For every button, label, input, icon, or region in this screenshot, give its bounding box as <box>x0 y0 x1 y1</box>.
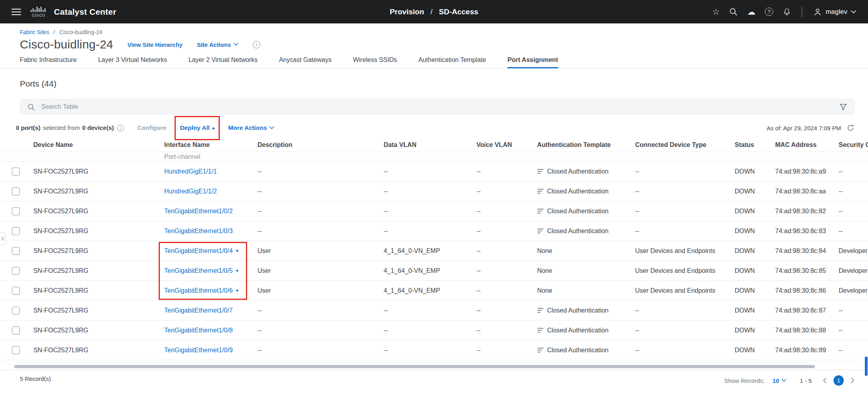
filter-icon[interactable] <box>839 104 847 110</box>
row-checkbox[interactable] <box>12 326 20 334</box>
cell-auth-template: None <box>537 287 635 294</box>
cell-auth-template: Closed Authentication <box>537 327 635 334</box>
cell-device-name: SN-FOC2527L9RG <box>33 307 164 314</box>
selection-mid-text: selected from <box>43 124 80 131</box>
site-info-icon[interactable]: i <box>253 41 260 48</box>
cell-voice-vlan: -- <box>476 287 537 294</box>
deploy-all-pending-dot: • <box>212 124 215 132</box>
next-page-button[interactable] <box>849 377 856 384</box>
row-checkbox[interactable] <box>12 267 20 275</box>
vertical-scrollbar-thumb[interactable] <box>865 357 868 376</box>
interface-link[interactable]: TenGigabitEthernet1/0/3 <box>164 228 233 235</box>
tab-layer-2-virtual-networks[interactable]: Layer 2 Virtual Networks <box>188 56 257 68</box>
show-records-label: Show Records: <box>724 377 765 384</box>
interface-link[interactable]: TenGigabitEthernet1/0/6 <box>164 287 233 294</box>
notifications-button[interactable] <box>781 6 793 18</box>
cell-status: DOWN <box>735 247 775 255</box>
tab-port-assignment[interactable]: Port Assignment <box>507 56 558 68</box>
chevron-down-icon <box>782 379 786 382</box>
cell-device-name: SN-FOC2527L9RG <box>33 208 164 215</box>
auth-template-icon <box>537 307 544 313</box>
tab-anycast-gateways[interactable]: Anycast Gateways <box>279 56 332 68</box>
cell-voice-vlan: -- <box>476 327 537 334</box>
interface-link[interactable]: TenGigabitEthernet1/0/4 <box>164 247 233 255</box>
context-provision[interactable]: Provision <box>390 8 424 16</box>
chevron-down-icon <box>851 10 856 14</box>
site-actions-dropdown[interactable]: Site Actions <box>197 41 238 48</box>
search-bar <box>20 99 855 115</box>
cell-security-group: -- <box>839 347 868 354</box>
horizontal-scrollbar[interactable] <box>14 365 815 368</box>
selected-devices-count: 0 device(s) <box>82 124 114 131</box>
row-checkbox[interactable] <box>12 247 20 255</box>
view-site-hierarchy-link[interactable]: View Site Hierarchy <box>127 41 182 48</box>
deploy-all-button[interactable]: Deploy All • <box>180 124 215 132</box>
cloud-status-button[interactable]: ☁ <box>745 6 757 18</box>
tab-wireless-ssids[interactable]: Wireless SSIDs <box>353 56 397 68</box>
favorites-button[interactable]: ☆ <box>710 6 722 18</box>
side-drawer-handle[interactable] <box>0 232 6 245</box>
site-actions-label: Site Actions <box>197 41 231 48</box>
interface-link[interactable]: HundredGigE1/1/1 <box>164 168 217 175</box>
cell-security-group: -- <box>839 307 868 314</box>
interface-link[interactable]: TenGigabitEthernet1/0/2 <box>164 208 233 215</box>
interface-link[interactable]: TenGigabitEthernet1/0/8 <box>164 327 233 334</box>
cell-device-name: SN-FOC2527L9RG <box>33 247 164 255</box>
top-header: cisco Catalyst Center Provision / SD-Acc… <box>0 0 868 23</box>
auth-template-icon <box>537 347 544 353</box>
help-icon: ? <box>765 8 773 16</box>
hamburger-menu-button[interactable] <box>10 6 23 17</box>
partial-row-text: Port-channel <box>164 153 257 160</box>
cell-security-group: -- <box>839 327 868 334</box>
column-header-auth: Authentication Template <box>537 141 635 149</box>
search-input[interactable] <box>40 103 834 111</box>
tab-layer-3-virtual-networks[interactable]: Layer 3 Virtual Networks <box>98 56 167 68</box>
global-search-button[interactable] <box>727 6 739 18</box>
table-body: SN-FOC2527L9RGHundredGigE1/1/1------Clos… <box>0 162 868 360</box>
user-menu[interactable]: maglev <box>811 7 858 17</box>
tab-authentication-template[interactable]: Authentication Template <box>419 56 486 68</box>
row-checkbox[interactable] <box>12 207 20 215</box>
row-checkbox[interactable] <box>12 346 20 354</box>
prev-page-button[interactable] <box>821 377 828 384</box>
user-icon <box>813 8 822 16</box>
table-row: SN-FOC2527L9RGTenGigabitEthernet1/0/8---… <box>0 321 868 340</box>
page-1-button[interactable]: 1 <box>833 375 844 386</box>
chevron-right-icon <box>851 378 855 383</box>
more-actions-label: More Actions <box>228 124 267 131</box>
column-header-vvlan: Voice VLAN <box>476 141 537 149</box>
page-size-dropdown[interactable]: 10 <box>770 377 789 384</box>
tab-fabric-infrastructure[interactable]: Fabric Infrastructure <box>20 56 77 68</box>
cell-status: DOWN <box>735 307 775 314</box>
refresh-icon[interactable] <box>847 124 855 132</box>
interface-link[interactable]: TenGigabitEthernet1/0/5 <box>164 267 233 274</box>
context-sd-access[interactable]: SD-Access <box>439 8 478 16</box>
cell-description: User <box>257 267 384 274</box>
row-checkbox[interactable] <box>12 307 20 315</box>
cell-data-vlan: -- <box>384 228 476 235</box>
cell-connected-device-type: -- <box>635 208 735 215</box>
configure-button[interactable]: Configure <box>137 124 166 131</box>
help-button[interactable]: ? <box>763 6 775 18</box>
cell-device-name: SN-FOC2527L9RG <box>33 347 164 354</box>
page-title: Cisco-buidling-24 <box>20 38 113 51</box>
breadcrumb: Fabric Sites / Cisco-buidling-24 <box>0 23 868 35</box>
interface-link[interactable]: HundredGigE1/1/2 <box>164 188 217 195</box>
more-actions-dropdown[interactable]: More Actions <box>228 124 274 131</box>
row-checkbox[interactable] <box>12 187 20 195</box>
interface-link[interactable]: TenGigabitEthernet1/0/7 <box>164 307 233 314</box>
selection-info-icon[interactable]: i <box>117 125 124 131</box>
pagination: Show Records: 10 1 - 5 1 <box>724 375 856 386</box>
context-separator: / <box>430 8 432 16</box>
selection-summary: 0 port(s) selected from 0 device(s) i <box>16 124 124 131</box>
table-row: SN-FOC2527L9RGTenGigabitEthernet1/0/9---… <box>0 340 868 360</box>
row-checkbox[interactable] <box>12 227 20 235</box>
row-checkbox[interactable] <box>12 287 20 295</box>
cell-mac-address: 74:ad:98:30:8c:89 <box>775 347 839 354</box>
auth-template-icon <box>537 228 544 234</box>
breadcrumb-fabric-sites[interactable]: Fabric Sites <box>20 29 49 35</box>
row-checkbox[interactable] <box>12 168 20 176</box>
interface-link[interactable]: TenGigabitEthernet1/0/9 <box>164 347 233 354</box>
star-icon: ☆ <box>712 8 720 16</box>
header-divider <box>802 7 802 17</box>
